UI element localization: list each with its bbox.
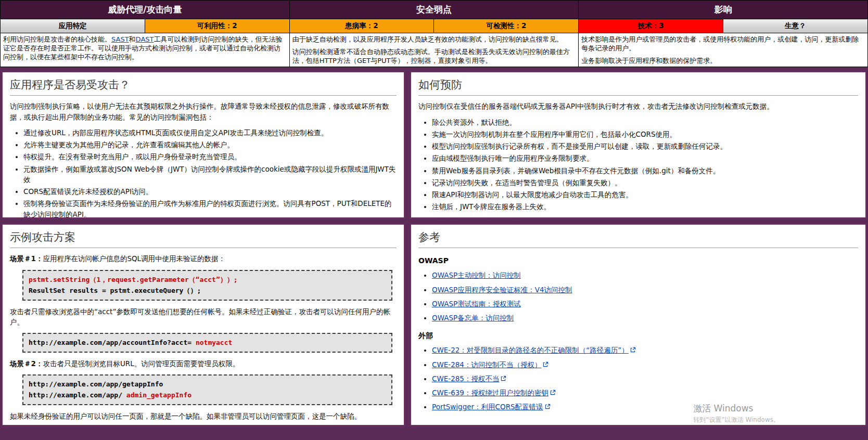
threat-agents-header: 威胁代理/攻击向量 <box>1 1 290 19</box>
paragraph: 开发人员和QA人员应包括功能访问控制单元和集成测试。 <box>418 217 858 219</box>
list-item: CWE-22：对受限制目录的路径名的不正确限制（“路径遍历”） <box>432 345 858 355</box>
bullet-item: CORS配置错误允许未经授权的API访问。 <box>23 186 397 197</box>
paragraph: 场景＃2：攻击者只是强制浏览目标URL。访问管理页面需要管理员权限。 <box>10 358 397 369</box>
panel-title-vulnerable: 应用程序是否易受攻击？ <box>10 77 397 96</box>
list-item: OWASP备忘单：访问控制 <box>432 313 858 323</box>
bullet-item: 模型访问控制应强制执行记录所有权，而不是接受用户可以创建，读取，更新或删除任何记… <box>432 141 858 151</box>
code-highlight: admin_getappInfo <box>126 391 192 399</box>
bullet-item: 应由域模型强制执行唯一的应用程序业务限制要求。 <box>432 153 858 163</box>
scenario-label: 场景＃2： <box>10 359 43 368</box>
impact-header: 影响 <box>579 1 868 19</box>
description-row: 利用访问控制是攻击者的核心技能。SAST和DAST工具可以检测到访问控制的缺失，… <box>1 33 868 67</box>
paragraph: 由于缺乏自动检测，以及应用程序开发人员缺乏有效的功能测试，访问控制的缺点很常见。 <box>292 35 576 44</box>
external-link-icon <box>545 404 551 409</box>
list-item: CWE-284：访问控制不当（授权） <box>432 359 858 370</box>
code-highlight: pstmt.setString（1，request.getParameter（“… <box>29 276 238 283</box>
bullet-item: 特权提升。在没有登录时充当用户，或以用户身份登录时充当管理员。 <box>23 151 397 162</box>
panel-title-scenarios: 示例攻击方案 <box>10 230 397 248</box>
bullet-item: 限速API和控制器访问，以最大限度地减少自动攻击工具的危害。 <box>432 189 858 200</box>
bullet-item: 禁用Web服务器目录列表，并确保Web根目录中不存在文件元数据（例如.git）和… <box>432 165 858 176</box>
reference-link[interactable]: PortSwigger：利用CORS配置错误 <box>432 403 543 411</box>
paragraph: 如果未经身份验证的用户可以访问任一页面，那就是一个缺陷。如果非管理员可以访问管理… <box>10 411 397 421</box>
sast-link[interactable]: SAST <box>111 35 129 43</box>
technical-impact-cell: 技术：3 <box>579 19 723 33</box>
code-highlight: notmyacct <box>192 339 232 346</box>
prevalence-cell: 患病率：2 <box>289 19 434 33</box>
group-header-row: 威胁代理/攻击向量 安全弱点 影响 <box>1 1 868 19</box>
vulnerable-body: 访问控制强制执行策略，以使用户无法在其预期权限之外执行操作。故障通常导致未经授权… <box>10 101 397 218</box>
code-line: http://example.com/app/ admin_getappInfo <box>29 390 386 400</box>
paragraph: 利用访问控制是攻击者的核心技能。SAST和DAST工具可以检测到访问控制的缺失，… <box>3 35 287 61</box>
bullet-item: 允许将主键更改为其他用户的记录，允许查看或编辑其他人的帐户。 <box>23 139 397 150</box>
references-body: OWASP OWASP主动控制：访问控制 OWASP应用程序安全验证标准：V4访… <box>418 255 858 412</box>
external-link-list: CWE-22：对受限制目录的路径名的不正确限制（“路径遍历”） CWE-284：… <box>418 345 858 412</box>
bullet-item: 记录访问控制失败，在适当时警告管理员（例如重复失败）。 <box>432 177 858 188</box>
list-item: CWE-285：授权不当 <box>432 373 858 384</box>
reference-link[interactable]: CWE-284：访问控制不当（授权） <box>432 360 541 369</box>
code-line: pstmt.setString（1，request.getParameter（“… <box>29 274 386 285</box>
external-subheading: 外部 <box>418 330 858 341</box>
page: 威胁代理/攻击向量 安全弱点 影响 应用特定 可利用性：2 患病率：2 可检测性… <box>0 0 868 440</box>
reference-link[interactable]: OWASP主动控制：访问控制 <box>432 271 521 279</box>
scenarios-panel: 示例攻击方案 场景＃1：应用程序在访问帐户信息的SQL调用中使用未验证的数据： … <box>2 224 405 426</box>
reference-link[interactable]: CWE-285：授权不当 <box>432 374 499 383</box>
code-line: http://example.com/app/accountInfo?acct=… <box>29 337 386 348</box>
owasp-link-list: OWASP主动控制：访问控制 OWASP应用程序安全验证标准：V4访问控制 OW… <box>418 270 858 323</box>
external-link-icon <box>550 390 556 395</box>
bullet-list: 通过修改URL，内部应用程序状态或HTML页面或仅使用自定义API攻击工具来绕过… <box>10 127 397 219</box>
threat-agents-description: 利用访问控制是攻击者的核心技能。SAST和DAST工具可以检测到访问控制的缺失，… <box>1 33 290 67</box>
external-link-icon <box>630 347 636 353</box>
code-text: http://example.com/app/accountInfo?acct= <box>29 339 192 346</box>
text-segment: 和 <box>129 35 136 43</box>
reference-link[interactable]: OWASP应用程序安全验证标准：V4访问控制 <box>432 286 572 294</box>
reference-link[interactable]: CWE-639：授权绕过用户控制的密钥 <box>432 389 548 397</box>
risk-factor-table: 威胁代理/攻击向量 安全弱点 影响 应用特定 可利用性：2 患病率：2 可检测性… <box>0 0 868 67</box>
bullet-item: 除公共资源外，默认拒绝。 <box>432 117 858 127</box>
app-specific-cell: 应用特定 <box>1 19 145 33</box>
bullet-item: 元数据操作，例如重放或篡改JSON Web令牌（JWT）访问控制令牌或操作的co… <box>23 164 397 185</box>
list-item: PortSwigger：利用CORS配置错误 <box>432 402 858 412</box>
panel-title-prevent: 如何预防 <box>418 77 858 96</box>
panel-title-references: 参考 <box>418 230 858 248</box>
list-item: OWASP主动控制：访问控制 <box>432 270 858 280</box>
bullet-item: 强制将身份验证页面作为未经身份验证的用户或作为标准用户的特权页面进行浏览。访问具… <box>23 198 397 218</box>
owasp-subheading: OWASP <box>418 255 858 266</box>
code-text: ResultSet results = pstmt.executeQuery（）… <box>29 287 201 294</box>
list-item: OWASP应用程序安全验证标准：V4访问控制 <box>432 284 858 295</box>
code-line: http://example.com/app/getappInfo <box>29 379 386 390</box>
list-item: OWASP测试指南：授权测试 <box>432 299 858 309</box>
paragraph: 访问控制仅在受信任的服务器端代码或无服务器API中强制执行时才有效，攻击者无法修… <box>418 101 858 111</box>
external-link-icon <box>543 361 548 367</box>
paragraph: 访问控制检测通常不适合自动静态或动态测试。手动测试是检测丢失或无效访问控制的最佳… <box>292 47 576 65</box>
paragraph: 技术影响是作为用户或管理员的攻击者，或使用特权功能的用户，或创建，访问，更新或删… <box>581 35 865 53</box>
vulnerable-panel: 应用程序是否易受攻击？ 访问控制强制执行策略，以使用户无法在其预期权限之外执行操… <box>2 71 405 218</box>
dast-link[interactable]: DAST <box>136 35 154 43</box>
references-panel: 参考 OWASP OWASP主动控制：访问控制 OWASP应用程序安全验证标准：… <box>410 224 866 426</box>
business-impact-cell: 生意？ <box>723 19 868 33</box>
text-segment: 应用程序在访问帐户信息的SQL调用中使用未验证的数据： <box>43 254 225 263</box>
text-segment: 攻击者只是强制浏览目标URL。访问管理页面需要管理员权限。 <box>43 359 239 368</box>
bullet-list: 除公共资源外，默认拒绝。 实施一次访问控制机制并在整个应用程序中重用它们，包括最… <box>418 117 858 212</box>
code-line: ResultSet results = pstmt.executeQuery（）… <box>29 285 386 296</box>
list-item: CWE-639：授权绕过用户控制的密钥 <box>432 387 858 398</box>
code-block-sql: pstmt.setString（1，request.getParameter（“… <box>22 270 392 301</box>
panels-grid: 应用程序是否易受攻击？ 访问控制强制执行策略，以使用户无法在其预期权限之外执行操… <box>0 67 868 429</box>
paragraph: 场景＃1：应用程序在访问帐户信息的SQL调用中使用未验证的数据： <box>10 253 397 264</box>
reference-link[interactable]: OWASP测试指南：授权测试 <box>432 300 521 308</box>
bullet-item: 注销后，JWT令牌应在服务器上失效。 <box>432 201 858 212</box>
code-block-url-2: http://example.com/app/getappInfo http:/… <box>22 374 392 405</box>
prevent-body: 访问控制仅在受信任的服务器端代码或无服务器API中强制执行时才有效，攻击者无法修… <box>418 101 858 218</box>
reference-link[interactable]: CWE-22：对受限制目录的路径名的不正确限制（“路径遍历”） <box>432 346 629 354</box>
text-segment: 利用访问控制是攻击者的核心技能。 <box>3 35 111 43</box>
external-link-icon <box>501 376 506 381</box>
paragraph: 访问控制强制执行策略，以使用户无法在其预期权限之外执行操作。故障通常导致未经授权… <box>10 101 397 122</box>
security-weakness-description: 由于缺乏自动检测，以及应用程序开发人员缺乏有效的功能测试，访问控制的缺点很常见。… <box>289 33 579 67</box>
paragraph: 业务影响取决于应用程序和数据的保护需求。 <box>581 56 865 65</box>
prevent-panel: 如何预防 访问控制仅在受信任的服务器端代码或无服务器API中强制执行时才有效，攻… <box>410 71 866 218</box>
security-weakness-header: 安全弱点 <box>289 1 579 19</box>
scenarios-body: 场景＃1：应用程序在访问帐户信息的SQL调用中使用未验证的数据： pstmt.s… <box>10 253 397 421</box>
reference-link[interactable]: OWASP备忘单：访问控制 <box>432 314 514 322</box>
scenario-label: 场景＃1： <box>10 254 43 263</box>
exploitability-cell: 可利用性：2 <box>145 19 289 33</box>
code-text: http://example.com/app/ <box>29 391 126 399</box>
